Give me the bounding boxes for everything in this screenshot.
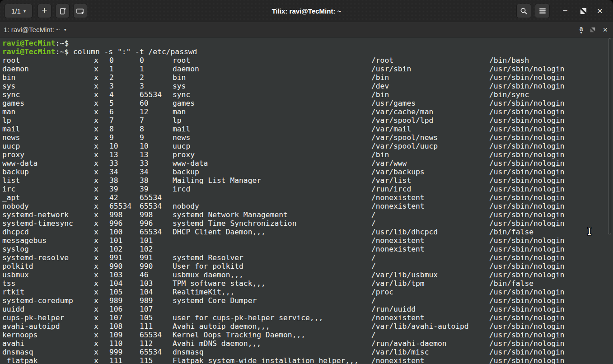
terminal-scrollbar[interactable] (608, 38, 611, 234)
passwd-password: x (94, 82, 98, 90)
passwd-home: /var/spool/news (371, 133, 438, 142)
passwd-username: mail (2, 125, 20, 133)
passwd-shell: /usr/sbin/nologin (489, 82, 565, 90)
passwd-shell: /usr/sbin/nologin (489, 348, 565, 356)
passwd-username: lp (2, 116, 11, 125)
passwd-username: _flatpak (2, 356, 37, 364)
passwd-gid: 13 (140, 150, 149, 159)
passwd-home: /bin (371, 73, 389, 82)
passwd-password: x (94, 176, 98, 185)
terminal-title-dropdown[interactable]: 1: ravi@TecMint: ~ ▾ (4, 26, 66, 33)
passwd-description: user for cups-pk-helper service,,, (173, 313, 323, 322)
passwd-row: usbmuxx10346usbmux daemon,,,/var/lib/usb… (2, 271, 613, 279)
passwd-description: root (173, 56, 190, 65)
passwd-home: /nonexistent (371, 245, 425, 253)
new-session-button[interactable]: + (37, 4, 51, 18)
search-button[interactable] (516, 4, 531, 18)
passwd-uid: 102 (109, 245, 122, 253)
split-terminal-right-button[interactable] (56, 4, 70, 18)
passwd-home: /var/cache/man (371, 107, 433, 116)
passwd-username: avahi (2, 339, 24, 348)
split-right-icon (59, 7, 67, 15)
minimize-button[interactable]: − (556, 4, 574, 18)
passwd-row: _aptx4265534/nonexistent/usr/sbin/nologi… (2, 193, 613, 202)
passwd-shell: /usr/sbin/nologin (489, 65, 565, 73)
passwd-password: x (94, 356, 98, 364)
passwd-shell: /usr/sbin/nologin (489, 150, 565, 159)
passwd-row: _flatpakx111115Flatpak system-wide insta… (2, 356, 613, 364)
passwd-description: mail (173, 125, 190, 133)
passwd-username: dhcpcd (2, 228, 29, 236)
passwd-home: /var/lib/tpm (371, 279, 425, 288)
passwd-row: tssx104103TPM software stack,,,/var/lib/… (2, 279, 613, 288)
passwd-password: x (94, 219, 98, 228)
split-terminal-down-button[interactable] (73, 4, 87, 18)
passwd-uid: 991 (109, 253, 122, 262)
passwd-password: x (94, 245, 98, 253)
passwd-password: x (94, 65, 98, 73)
passwd-description: www-data (173, 159, 208, 168)
passwd-password: x (94, 296, 98, 305)
menu-button[interactable] (535, 4, 550, 18)
passwd-home: / (371, 331, 376, 339)
passwd-home: /usr/lib/dhcpcd (371, 228, 438, 236)
passwd-username: bin (2, 73, 15, 82)
close-terminal-button[interactable]: × (603, 26, 608, 34)
passwd-username: news (2, 133, 20, 142)
session-switcher-button[interactable]: 1/1 ▾ (5, 4, 33, 18)
passwd-home: /usr/sbin (371, 65, 411, 73)
passwd-gid: 65534 (140, 90, 162, 99)
passwd-row: systemd-resolvex991991systemd Resolver//… (2, 253, 613, 262)
passwd-row: proxyx1313proxy/bin/usr/sbin/nologin (2, 150, 613, 159)
passwd-home: /bin (371, 150, 389, 159)
close-button[interactable]: × (592, 4, 608, 18)
passwd-description: sys (173, 82, 186, 90)
passwd-home: /var/lib/usbmux (371, 271, 438, 279)
passwd-home: /nonexistent (371, 202, 425, 210)
passwd-shell: /usr/sbin/nologin (489, 253, 565, 262)
passwd-username: syslog (2, 245, 29, 253)
passwd-uid: 38 (109, 176, 118, 185)
maximize-icon (580, 8, 587, 14)
passwd-password: x (94, 56, 98, 65)
prompt-user-host: ravi@TecMint (2, 39, 56, 47)
passwd-description: Kernel Oops Tracking Daemon,,, (173, 331, 305, 339)
passwd-gid: 65534 (140, 193, 162, 202)
passwd-gid: 65534 (140, 228, 162, 236)
passwd-home: / (371, 219, 376, 228)
passwd-home: / (371, 210, 376, 219)
passwd-username: systemd-timesync (2, 219, 73, 228)
passwd-username: systemd-network (2, 210, 69, 219)
passwd-gid: 107 (140, 305, 153, 313)
maximize-button[interactable] (574, 4, 592, 18)
passwd-shell: /usr/sbin/nologin (489, 210, 565, 219)
passwd-shell: /usr/sbin/nologin (489, 339, 565, 348)
passwd-uid: 103 (109, 271, 122, 279)
passwd-gid: 8 (140, 125, 144, 133)
terminal-output[interactable]: ravi@TecMint:~$ ravi@TecMint:~$ column -… (0, 37, 613, 364)
synchronize-input-icon[interactable]: a ▼ (580, 25, 583, 34)
passwd-home: /var/spool/uucp (371, 142, 438, 150)
passwd-username: messagebus (2, 236, 47, 245)
passwd-row: ircx3939ircd/run/ircd/usr/sbin/nologin (2, 185, 613, 193)
passwd-row: uucpx1010uucp/var/spool/uucp/usr/sbin/no… (2, 142, 613, 150)
passwd-username: man (2, 107, 15, 116)
passwd-password: x (94, 322, 98, 331)
passwd-gid: 3 (140, 82, 144, 90)
prompt-line: ravi@TecMint:~$ (2, 39, 613, 47)
passwd-shell: /bin/bash (489, 56, 529, 65)
titlebar: 1/1 ▾ + Tilix: ravi@TecMint: ~ (0, 0, 613, 22)
passwd-uid: 9 (109, 133, 114, 142)
passwd-password: x (94, 348, 98, 356)
maximize-terminal-button[interactable] (590, 27, 595, 33)
passwd-username: list (2, 176, 20, 185)
passwd-shell: /usr/sbin/nologin (489, 322, 565, 331)
passwd-uid: 996 (109, 219, 122, 228)
passwd-description: systemd Network Management (173, 210, 288, 219)
passwd-description: proxy (173, 150, 195, 159)
passwd-row: avahi-autoipdx108111Avahi autoip daemon,… (2, 322, 613, 331)
passwd-table: rootx00root/root/bin/bashdaemonx11daemon… (2, 56, 613, 364)
passwd-uid: 7 (109, 116, 114, 125)
search-icon (520, 7, 528, 15)
passwd-description: man (173, 107, 186, 116)
